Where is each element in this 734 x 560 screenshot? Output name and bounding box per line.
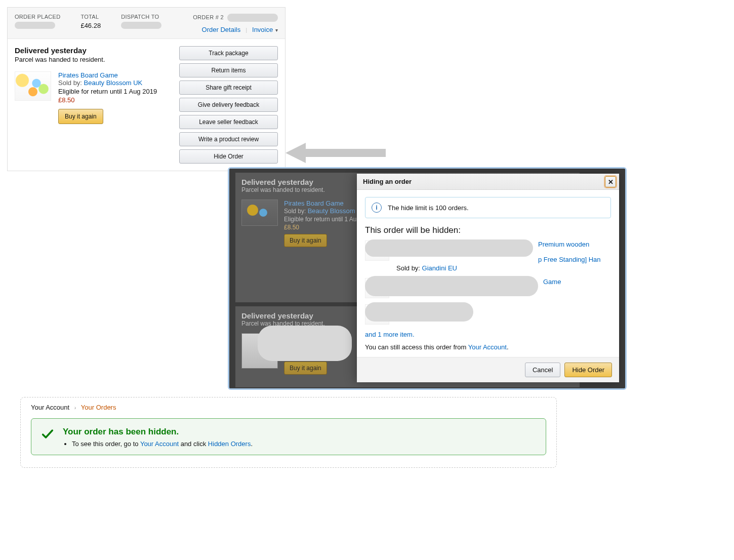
svg-marker-0 xyxy=(286,143,386,163)
hidden-orders-link[interactable]: Hidden Orders xyxy=(208,440,251,448)
redacted xyxy=(258,326,352,361)
modal-heading: This order will be hidden: xyxy=(365,225,611,235)
more-items-link[interactable]: and 1 more item. xyxy=(365,331,415,338)
order-placed-label: ORDER PLACED xyxy=(15,14,60,20)
order-number-label: ORDER # 2 xyxy=(193,14,224,20)
order-details-link[interactable]: Order Details xyxy=(202,26,241,33)
success-title: Your order has been hidden. xyxy=(63,427,253,437)
dispatch-label: DISPATCH TO xyxy=(121,14,161,20)
cancel-button[interactable]: Cancel xyxy=(525,363,560,377)
invoice-link[interactable]: Invoice ▾ xyxy=(252,26,278,33)
sold-by-label: Sold by: xyxy=(396,264,422,272)
access-text-pre: You can still access this order from xyxy=(365,343,468,351)
redacted xyxy=(365,302,473,322)
modal-footer: Cancel Hide Order xyxy=(357,357,619,382)
breadcrumb-your-orders: Your Orders xyxy=(81,404,116,411)
sold-by-label: Sold by: xyxy=(58,79,84,87)
product-price: £8.50 xyxy=(58,96,157,104)
delivery-subtitle: Parcel was handed to resident. xyxy=(15,56,169,63)
bg-eligible: Eligible for return until 1 Aug 2 xyxy=(284,216,366,223)
order-header: ORDER PLACED TOTAL £46.28 DISPATCH TO OR… xyxy=(8,8,285,39)
redacted xyxy=(121,22,161,29)
access-text-post: . xyxy=(507,343,509,351)
close-icon[interactable]: ✕ xyxy=(605,176,616,187)
track-package-button[interactable]: Track package xyxy=(179,46,278,60)
your-account-link[interactable]: Your Account xyxy=(468,343,507,351)
modal-header: Hiding an order ✕ xyxy=(357,174,619,190)
info-text: The hide limit is 100 orders. xyxy=(388,204,469,212)
redacted xyxy=(227,14,278,22)
buy-it-again-button[interactable]: Buy it again xyxy=(58,109,103,124)
leave-seller-feedback-button[interactable]: Leave seller feedback xyxy=(179,115,278,129)
redacted xyxy=(365,239,533,257)
order-actions: Track package Return items Share gift re… xyxy=(179,46,278,164)
chevron-right-icon: › xyxy=(74,405,76,411)
product-link[interactable]: Pirates Board Game xyxy=(58,71,118,79)
success-banner: Your order has been hidden. To see this … xyxy=(31,418,546,455)
total-label: TOTAL xyxy=(80,14,101,20)
breadcrumb: Your Account › Your Orders xyxy=(31,404,546,411)
modal-title: Hiding an order xyxy=(363,178,412,185)
return-eligibility: Eligible for return until 1 Aug 2019 xyxy=(58,88,157,95)
info-icon: i xyxy=(372,203,382,213)
order-body: Delivered yesterday Parcel was handed to… xyxy=(8,39,285,171)
bg-buy-again-2: Buy it again xyxy=(284,362,327,375)
hidden-seller-link[interactable]: Giandini EU xyxy=(422,264,457,272)
bg-product-link: Pirates Board Game xyxy=(284,199,366,207)
bg-thumb xyxy=(241,199,278,226)
total-value: £46.28 xyxy=(80,22,101,29)
confirmation-panel: Your Account › Your Orders Your order ha… xyxy=(20,397,557,468)
info-banner: i The hide limit is 100 orders. xyxy=(365,197,611,218)
product-thumbnail[interactable] xyxy=(15,71,51,101)
hide-order-modal: Hiding an order ✕ i The hide limit is 10… xyxy=(357,174,619,382)
modal-screenshot: Delivered yesterday Parcel was handed to… xyxy=(228,167,627,390)
redacted xyxy=(365,276,538,296)
chevron-down-icon: ▾ xyxy=(274,27,278,33)
check-icon xyxy=(40,427,55,448)
hide-order-button[interactable]: Hide Order xyxy=(179,149,278,164)
write-review-button[interactable]: Write a product review xyxy=(179,132,278,146)
your-account-link[interactable]: Your Account xyxy=(140,440,179,448)
redacted xyxy=(15,22,55,29)
hidden-item-link-2[interactable]: p Free Standing] Han xyxy=(538,256,601,263)
bg-buy-again: Buy it again xyxy=(284,234,327,247)
give-delivery-feedback-button[interactable]: Give delivery feedback xyxy=(179,98,278,112)
delivery-title: Delivered yesterday xyxy=(15,46,169,55)
annotation-arrow-icon xyxy=(286,141,387,165)
share-gift-receipt-button[interactable]: Share gift receipt xyxy=(179,81,278,95)
order-card: ORDER PLACED TOTAL £46.28 DISPATCH TO OR… xyxy=(7,7,286,171)
seller-link[interactable]: Beauty Blossom UK xyxy=(84,79,143,87)
hide-order-confirm-button[interactable]: Hide Order xyxy=(564,363,612,377)
success-instruction: To see this order, go to Your Account an… xyxy=(72,440,253,448)
separator: | xyxy=(246,27,247,33)
bg-price: £8.50 xyxy=(284,224,366,231)
hidden-item-link[interactable]: Game xyxy=(543,278,561,286)
return-items-button[interactable]: Return items xyxy=(179,63,278,77)
breadcrumb-your-account[interactable]: Your Account xyxy=(31,404,69,411)
